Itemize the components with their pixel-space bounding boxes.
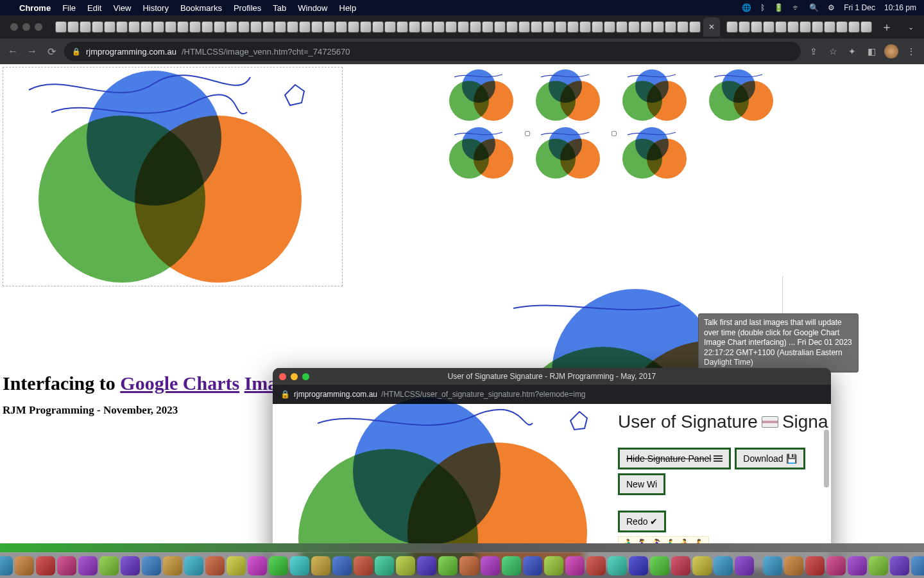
tab-favicon[interactable] (397, 21, 408, 33)
dock-app-icon[interactable] (121, 556, 140, 575)
back-button[interactable]: ← (6, 46, 19, 57)
menu-history[interactable]: History (142, 3, 168, 13)
venn-main[interactable] (38, 71, 308, 283)
dock-app-icon[interactable] (911, 556, 924, 575)
dock-app-icon[interactable] (826, 556, 846, 575)
dock-app-icon[interactable] (586, 556, 606, 575)
tab-favicon[interactable] (189, 21, 201, 33)
tab-favicon[interactable] (55, 21, 67, 33)
tab-favicon[interactable] (409, 21, 420, 33)
dock-app-icon[interactable] (184, 556, 203, 575)
tab-favicon[interactable] (214, 21, 225, 33)
tab-favicon[interactable] (421, 21, 432, 33)
tab-favicon[interactable] (336, 21, 347, 33)
tab-favicon[interactable] (348, 21, 359, 33)
tab-favicon[interactable] (579, 21, 591, 33)
dock-app-icon[interactable] (869, 556, 888, 575)
tab-favicon[interactable] (262, 21, 274, 33)
dock-app-icon[interactable] (763, 556, 782, 575)
dock-app-icon[interactable] (481, 556, 500, 575)
tab-favicon[interactable] (128, 21, 140, 33)
tab-favicon[interactable] (238, 21, 250, 33)
tab-favicon[interactable] (287, 21, 298, 33)
dock-app-icon[interactable] (15, 556, 34, 575)
dock-app-icon[interactable] (205, 556, 225, 575)
dock-app-icon[interactable] (0, 556, 13, 575)
extensions-icon[interactable]: ✦ (846, 46, 859, 57)
dock-app-icon[interactable] (163, 556, 182, 575)
dock-app-icon[interactable] (354, 556, 373, 575)
tab-favicon[interactable] (739, 21, 750, 33)
dock-app-icon[interactable] (375, 556, 394, 575)
popup-traffic-lights[interactable] (279, 373, 309, 380)
tab-favicon[interactable] (141, 21, 152, 33)
menubar-date[interactable]: Fri 1 Dec (844, 3, 875, 12)
reload-button[interactable]: ⟳ (45, 46, 58, 58)
venn-thumb[interactable] (709, 69, 780, 121)
tab-favicon[interactable] (751, 21, 762, 33)
tab-favicon[interactable] (104, 21, 116, 33)
wifi-icon[interactable]: ᯤ (792, 3, 800, 12)
venn-thumb[interactable] (449, 127, 520, 179)
dock-app-icon[interactable] (502, 556, 521, 575)
tab-favicon[interactable] (445, 21, 457, 33)
menu-help[interactable]: Help (339, 3, 357, 13)
dock-app-icon[interactable] (332, 556, 352, 575)
spotlight-icon[interactable]: 🔍 (809, 3, 819, 12)
dock-app-icon[interactable] (438, 556, 458, 575)
close-tab-icon[interactable]: ✕ (708, 22, 715, 31)
dock-app-icon[interactable] (459, 556, 479, 575)
venn-thumb[interactable] (536, 127, 606, 179)
dock-app-icon[interactable] (890, 556, 909, 575)
tab-favicon[interactable] (604, 21, 615, 33)
tab-favicon[interactable] (555, 21, 567, 33)
tab-favicon[interactable] (250, 21, 262, 33)
popup-address-bar[interactable]: 🔒 rjmprogramming.com.au/HTMLCSS/user_of_… (273, 385, 831, 404)
active-tab[interactable]: ✕ (703, 17, 720, 37)
menu-tab[interactable]: Tab (273, 3, 286, 13)
venn-thumb[interactable] (622, 69, 693, 121)
menu-profiles[interactable]: Profiles (234, 3, 261, 13)
tab-favicon[interactable] (592, 21, 603, 33)
tab-favicon[interactable] (92, 21, 103, 33)
dock-app-icon[interactable] (848, 556, 867, 575)
tab-favicon[interactable] (116, 21, 128, 33)
menu-file[interactable]: File (62, 3, 76, 13)
dock-app-icon[interactable] (565, 556, 585, 575)
tab-favicon[interactable] (311, 21, 323, 33)
link-google-charts[interactable]: Google Charts (120, 372, 239, 394)
venn-thumb[interactable] (622, 127, 693, 179)
window-traffic-lights[interactable] (4, 23, 49, 31)
new-tab-button[interactable]: ＋ (875, 19, 899, 35)
tab-favicon[interactable] (824, 21, 835, 33)
tab-favicon[interactable] (201, 21, 213, 33)
dock-app-icon[interactable] (805, 556, 825, 575)
dock-app-icon[interactable] (227, 556, 246, 575)
dock-app-icon[interactable] (142, 556, 161, 575)
tab-favicon[interactable] (275, 21, 286, 33)
new-window-button[interactable]: New Wi (618, 473, 665, 495)
tab-favicon[interactable] (165, 21, 176, 33)
bookmark-star-icon[interactable]: ☆ (826, 46, 839, 57)
tab-favicon[interactable] (153, 21, 164, 33)
tab-favicon[interactable] (567, 21, 579, 33)
tab-favicon[interactable] (689, 21, 701, 33)
popup-scrollbar[interactable] (824, 430, 829, 487)
tab-favicon[interactable] (494, 21, 506, 33)
macos-dock[interactable] (0, 552, 924, 578)
menu-view[interactable]: View (113, 3, 131, 13)
tabs-overflow-icon[interactable]: ⌄ (902, 23, 920, 31)
tab-favicon[interactable] (323, 21, 335, 33)
tab-favicon[interactable] (360, 21, 372, 33)
tab-favicon[interactable] (665, 21, 676, 33)
tab-favicon[interactable] (860, 21, 872, 33)
tab-favicon[interactable] (506, 21, 518, 33)
tab-favicon[interactable] (628, 21, 640, 33)
kebab-menu-icon[interactable]: ⋮ (905, 46, 918, 57)
tab-favicon[interactable] (800, 21, 811, 33)
address-bar[interactable]: 🔒 rjmprogramming.com.au/HTMLCSS/image_ve… (64, 42, 801, 61)
tab-favicon[interactable] (836, 21, 848, 33)
tab-favicon[interactable] (616, 21, 628, 33)
sidepanel-icon[interactable]: ◧ (865, 46, 878, 57)
tab-favicon[interactable] (177, 21, 189, 33)
